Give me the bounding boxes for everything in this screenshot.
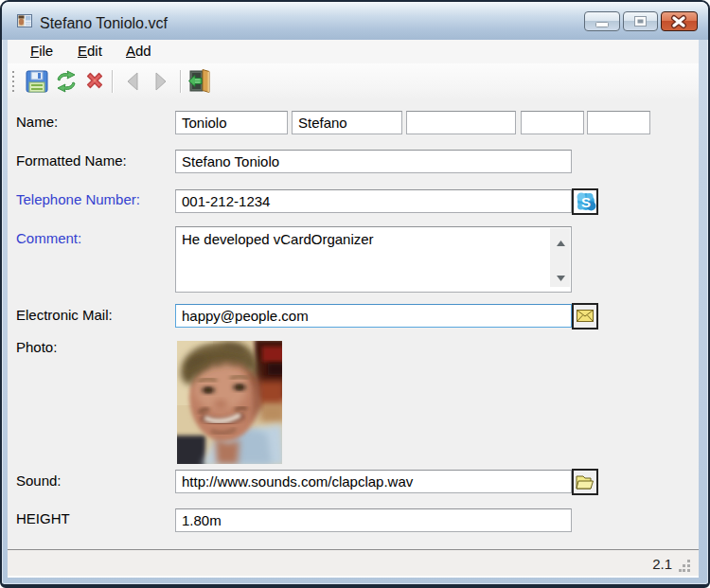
svg-text:S: S [581,194,591,210]
